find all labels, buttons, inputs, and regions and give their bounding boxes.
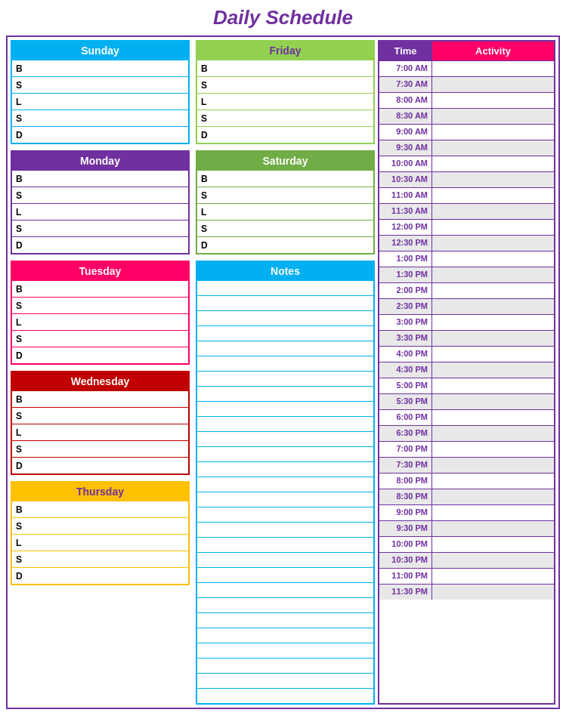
schedule-activity[interactable] (432, 315, 554, 330)
notes-line[interactable] (197, 673, 373, 688)
notes-line[interactable] (197, 431, 373, 446)
notes-line[interactable] (197, 310, 373, 325)
notes-line[interactable] (197, 537, 373, 552)
thursday-lunch[interactable]: L (12, 534, 188, 551)
saturday-snack2[interactable]: S (197, 220, 373, 236)
tuesday-breakfast[interactable]: B (12, 280, 188, 297)
tuesday-lunch[interactable]: L (12, 313, 188, 330)
notes-line[interactable] (197, 461, 373, 477)
schedule-activity[interactable] (432, 251, 554, 267)
schedule-activity[interactable] (432, 378, 554, 393)
notes-line[interactable] (197, 612, 373, 628)
notes-line[interactable] (197, 477, 373, 492)
notes-line[interactable] (197, 552, 373, 567)
saturday-breakfast[interactable]: B (197, 170, 373, 187)
tuesday-snack1[interactable]: S (12, 297, 188, 313)
notes-line[interactable] (197, 446, 373, 461)
notes-line[interactable] (197, 295, 373, 310)
monday-snack1[interactable]: S (12, 187, 188, 203)
notes-line[interactable] (197, 386, 373, 401)
friday-snack1[interactable]: S (197, 76, 373, 93)
thursday-snack2[interactable]: S (12, 551, 188, 567)
left-column: Sunday B S L S D Monday B S L S D Tuesda… (8, 37, 193, 708)
tuesday-snack2[interactable]: S (12, 330, 188, 347)
schedule-activity[interactable] (432, 204, 554, 219)
notes-line[interactable] (197, 356, 373, 371)
monday-dinner[interactable]: D (12, 236, 188, 253)
schedule-activity[interactable] (432, 410, 554, 425)
schedule-activity[interactable] (432, 585, 554, 600)
schedule-activity[interactable] (432, 442, 554, 457)
notes-line[interactable] (197, 371, 373, 386)
schedule-activity[interactable] (432, 521, 554, 536)
schedule-activity[interactable] (432, 156, 554, 171)
schedule-activity[interactable] (432, 489, 554, 504)
sunday-snack2[interactable]: S (12, 110, 188, 126)
wednesday-snack1[interactable]: S (12, 407, 188, 424)
saturday-dinner[interactable]: D (197, 236, 373, 253)
schedule-activity[interactable] (432, 172, 554, 187)
wednesday-breakfast[interactable]: B (12, 390, 188, 407)
schedule-activity[interactable] (432, 331, 554, 346)
schedule-activity[interactable] (432, 458, 554, 473)
schedule-activity[interactable] (432, 537, 554, 552)
friday-lunch[interactable]: L (197, 93, 373, 110)
schedule-activity[interactable] (432, 109, 554, 124)
schedule-activity[interactable] (432, 474, 554, 489)
notes-line[interactable] (197, 325, 373, 341)
schedule-activity[interactable] (432, 553, 554, 568)
schedule-activity[interactable] (432, 569, 554, 584)
schedule-activity[interactable] (432, 505, 554, 520)
schedule-activity[interactable] (432, 426, 554, 441)
notes-line[interactable] (197, 280, 373, 295)
thursday-dinner[interactable]: D (12, 567, 188, 584)
schedule-activity[interactable] (432, 236, 554, 251)
schedule-activity[interactable] (432, 188, 554, 203)
notes-line[interactable] (197, 522, 373, 537)
saturday-lunch[interactable]: L (197, 203, 373, 220)
schedule-activity[interactable] (432, 125, 554, 140)
wednesday-snack2[interactable]: S (12, 440, 188, 457)
notes-line[interactable] (197, 416, 373, 431)
schedule-activity[interactable] (432, 362, 554, 378)
thursday-snack1[interactable]: S (12, 517, 188, 534)
schedule-activity[interactable] (432, 283, 554, 298)
saturday-snack1[interactable]: S (197, 187, 373, 203)
monday-breakfast[interactable]: B (12, 170, 188, 187)
sunday-breakfast[interactable]: B (12, 60, 188, 76)
monday-lunch[interactable]: L (12, 203, 188, 220)
schedule-activity[interactable] (432, 220, 554, 235)
schedule-activity[interactable] (432, 140, 554, 156)
schedule-activity[interactable] (432, 61, 554, 76)
notes-line[interactable] (197, 628, 373, 643)
notes-line[interactable] (197, 688, 373, 703)
friday-breakfast[interactable]: B (197, 60, 373, 76)
notes-line[interactable] (197, 492, 373, 507)
friday-dinner[interactable]: D (197, 126, 373, 143)
notes-line[interactable] (197, 643, 373, 658)
monday-snack2[interactable]: S (12, 220, 188, 236)
sunday-dinner[interactable]: D (12, 126, 188, 143)
schedule-activity[interactable] (432, 77, 554, 92)
notes-line[interactable] (197, 341, 373, 356)
thursday-breakfast[interactable]: B (12, 501, 188, 517)
wednesday-dinner[interactable]: D (12, 457, 188, 474)
sunday-lunch[interactable]: L (12, 93, 188, 110)
schedule-time: 2:30 PM (379, 299, 432, 314)
schedule-activity[interactable] (432, 299, 554, 314)
schedule-activity[interactable] (432, 394, 554, 409)
notes-line[interactable] (197, 658, 373, 673)
notes-line[interactable] (197, 597, 373, 612)
notes-line[interactable] (197, 401, 373, 416)
notes-line[interactable] (197, 567, 373, 582)
notes-line[interactable] (197, 507, 373, 522)
schedule-activity[interactable] (432, 267, 554, 282)
friday-snack2[interactable]: S (197, 110, 373, 126)
notes-line[interactable] (197, 582, 373, 597)
schedule-time: 11:30 AM (379, 204, 432, 219)
wednesday-lunch[interactable]: L (12, 424, 188, 440)
tuesday-dinner[interactable]: D (12, 347, 188, 363)
schedule-activity[interactable] (432, 93, 554, 108)
sunday-snack1[interactable]: S (12, 76, 188, 93)
schedule-activity[interactable] (432, 347, 554, 362)
